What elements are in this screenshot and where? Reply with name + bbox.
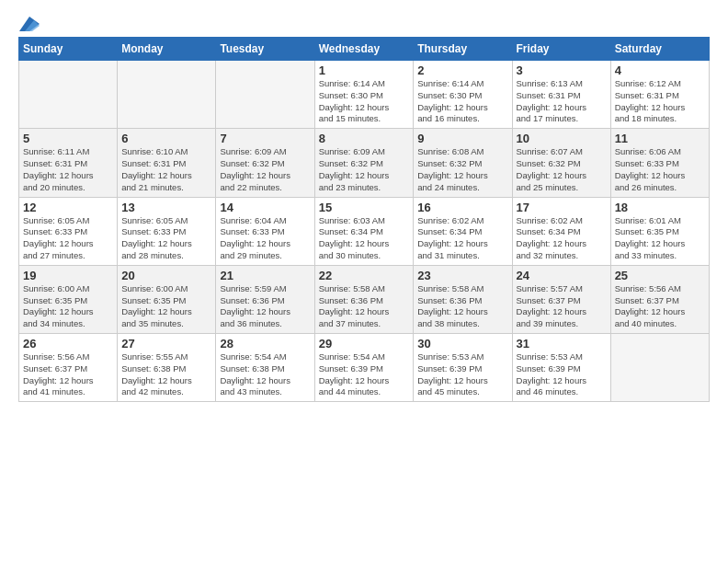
day-number: 23 [417,269,507,282]
calendar-cell: 10Sunrise: 6:07 AM Sunset: 6:32 PM Dayli… [512,129,610,197]
calendar-week-row: 19Sunrise: 6:00 AM Sunset: 6:35 PM Dayli… [19,265,710,333]
calendar-table: SundayMondayTuesdayWednesdayThursdayFrid… [18,37,710,402]
calendar-cell: 23Sunrise: 5:58 AM Sunset: 6:36 PM Dayli… [414,265,512,333]
calendar-cell [19,61,118,129]
calendar-cell: 9Sunrise: 6:08 AM Sunset: 6:32 PM Daylig… [414,129,512,197]
weekday-header-thursday: Thursday [414,38,512,61]
day-info: Sunrise: 6:03 AM Sunset: 6:34 PM Dayligh… [319,215,410,262]
day-info: Sunrise: 5:55 AM Sunset: 6:38 PM Dayligh… [121,351,211,398]
day-number: 17 [517,201,607,214]
day-info: Sunrise: 6:10 AM Sunset: 6:31 PM Dayligh… [121,146,211,193]
day-info: Sunrise: 6:07 AM Sunset: 6:32 PM Dayligh… [517,146,607,193]
weekday-header-wednesday: Wednesday [314,38,414,61]
weekday-header-friday: Friday [512,38,610,61]
day-info: Sunrise: 6:05 AM Sunset: 6:33 PM Dayligh… [121,215,211,262]
day-info: Sunrise: 6:12 AM Sunset: 6:31 PM Dayligh… [615,78,705,125]
day-info: Sunrise: 6:04 AM Sunset: 6:33 PM Dayligh… [220,215,310,262]
day-number: 14 [220,201,310,214]
day-number: 27 [121,337,211,350]
day-number: 1 [319,63,410,77]
day-number: 11 [615,132,705,145]
calendar-cell: 2Sunrise: 6:14 AM Sunset: 6:30 PM Daylig… [414,61,512,129]
day-number: 28 [220,337,310,350]
day-info: Sunrise: 6:00 AM Sunset: 6:35 PM Dayligh… [121,283,211,330]
day-number: 5 [23,132,113,145]
calendar-cell: 8Sunrise: 6:09 AM Sunset: 6:32 PM Daylig… [314,129,414,197]
calendar-cell: 29Sunrise: 5:54 AM Sunset: 6:39 PM Dayli… [314,334,414,402]
calendar-week-row: 5Sunrise: 6:11 AM Sunset: 6:31 PM Daylig… [19,129,710,197]
day-number: 26 [23,337,113,350]
day-number: 24 [517,269,607,282]
day-number: 12 [23,201,113,214]
calendar-week-row: 26Sunrise: 5:56 AM Sunset: 6:37 PM Dayli… [19,334,710,402]
calendar-cell: 30Sunrise: 5:53 AM Sunset: 6:39 PM Dayli… [414,334,512,402]
day-info: Sunrise: 6:11 AM Sunset: 6:31 PM Dayligh… [23,146,113,193]
calendar-cell: 18Sunrise: 6:01 AM Sunset: 6:35 PM Dayli… [610,197,709,265]
calendar-cell: 17Sunrise: 6:02 AM Sunset: 6:34 PM Dayli… [512,197,610,265]
weekday-header-row: SundayMondayTuesdayWednesdayThursdayFrid… [19,38,710,61]
day-number: 3 [517,63,607,77]
calendar-cell: 20Sunrise: 6:00 AM Sunset: 6:35 PM Dayli… [118,265,216,333]
day-info: Sunrise: 6:02 AM Sunset: 6:34 PM Dayligh… [517,215,607,262]
day-info: Sunrise: 5:56 AM Sunset: 6:37 PM Dayligh… [23,351,113,398]
calendar-week-row: 1Sunrise: 6:14 AM Sunset: 6:30 PM Daylig… [19,61,710,129]
logo-icon [19,17,40,31]
day-info: Sunrise: 5:57 AM Sunset: 6:37 PM Dayligh… [517,283,607,330]
calendar-cell: 28Sunrise: 5:54 AM Sunset: 6:38 PM Dayli… [216,334,314,402]
day-number: 22 [319,269,410,282]
calendar-cell: 27Sunrise: 5:55 AM Sunset: 6:38 PM Dayli… [118,334,216,402]
day-number: 18 [615,201,705,214]
day-info: Sunrise: 5:58 AM Sunset: 6:36 PM Dayligh… [417,283,507,330]
calendar-cell: 1Sunrise: 6:14 AM Sunset: 6:30 PM Daylig… [314,61,414,129]
calendar-cell [610,334,709,402]
calendar-cell: 15Sunrise: 6:03 AM Sunset: 6:34 PM Dayli… [314,197,414,265]
day-number: 15 [319,201,410,214]
day-number: 2 [417,63,507,77]
logo [18,17,40,28]
day-number: 9 [417,132,507,145]
day-info: Sunrise: 6:06 AM Sunset: 6:33 PM Dayligh… [615,146,705,193]
day-number: 10 [517,132,607,145]
calendar-week-row: 12Sunrise: 6:05 AM Sunset: 6:33 PM Dayli… [19,197,710,265]
day-info: Sunrise: 6:14 AM Sunset: 6:30 PM Dayligh… [417,78,507,125]
day-info: Sunrise: 5:59 AM Sunset: 6:36 PM Dayligh… [220,283,310,330]
calendar-cell: 22Sunrise: 5:58 AM Sunset: 6:36 PM Dayli… [314,265,414,333]
day-number: 8 [319,132,410,145]
calendar-cell: 3Sunrise: 6:13 AM Sunset: 6:31 PM Daylig… [512,61,610,129]
weekday-header-sunday: Sunday [19,38,118,61]
calendar-cell: 19Sunrise: 6:00 AM Sunset: 6:35 PM Dayli… [19,265,118,333]
calendar-cell: 14Sunrise: 6:04 AM Sunset: 6:33 PM Dayli… [216,197,314,265]
calendar-cell: 26Sunrise: 5:56 AM Sunset: 6:37 PM Dayli… [19,334,118,402]
calendar-cell: 31Sunrise: 5:53 AM Sunset: 6:39 PM Dayli… [512,334,610,402]
day-info: Sunrise: 5:53 AM Sunset: 6:39 PM Dayligh… [417,351,507,398]
day-number: 16 [417,201,507,214]
day-info: Sunrise: 6:01 AM Sunset: 6:35 PM Dayligh… [615,215,705,262]
day-info: Sunrise: 6:00 AM Sunset: 6:35 PM Dayligh… [23,283,113,330]
day-info: Sunrise: 5:54 AM Sunset: 6:38 PM Dayligh… [220,351,310,398]
day-info: Sunrise: 6:05 AM Sunset: 6:33 PM Dayligh… [23,215,113,262]
day-info: Sunrise: 5:54 AM Sunset: 6:39 PM Dayligh… [319,351,410,398]
day-number: 31 [517,337,607,350]
day-number: 4 [615,63,705,77]
calendar-cell: 6Sunrise: 6:10 AM Sunset: 6:31 PM Daylig… [118,129,216,197]
calendar-cell: 7Sunrise: 6:09 AM Sunset: 6:32 PM Daylig… [216,129,314,197]
day-info: Sunrise: 6:02 AM Sunset: 6:34 PM Dayligh… [417,215,507,262]
day-number: 21 [220,269,310,282]
calendar-cell [216,61,314,129]
calendar-cell: 11Sunrise: 6:06 AM Sunset: 6:33 PM Dayli… [610,129,709,197]
day-info: Sunrise: 5:56 AM Sunset: 6:37 PM Dayligh… [615,283,705,330]
weekday-header-saturday: Saturday [610,38,709,61]
day-info: Sunrise: 5:53 AM Sunset: 6:39 PM Dayligh… [517,351,607,398]
calendar-cell: 21Sunrise: 5:59 AM Sunset: 6:36 PM Dayli… [216,265,314,333]
weekday-header-monday: Monday [118,38,216,61]
weekday-header-tuesday: Tuesday [216,38,314,61]
day-info: Sunrise: 6:09 AM Sunset: 6:32 PM Dayligh… [220,146,310,193]
calendar-cell: 25Sunrise: 5:56 AM Sunset: 6:37 PM Dayli… [610,265,709,333]
day-number: 20 [121,269,211,282]
day-number: 7 [220,132,310,145]
page: SundayMondayTuesdayWednesdayThursdayFrid… [0,0,728,563]
calendar-cell: 4Sunrise: 6:12 AM Sunset: 6:31 PM Daylig… [610,61,709,129]
day-info: Sunrise: 5:58 AM Sunset: 6:36 PM Dayligh… [319,283,410,330]
day-number: 30 [417,337,507,350]
day-number: 6 [121,132,211,145]
